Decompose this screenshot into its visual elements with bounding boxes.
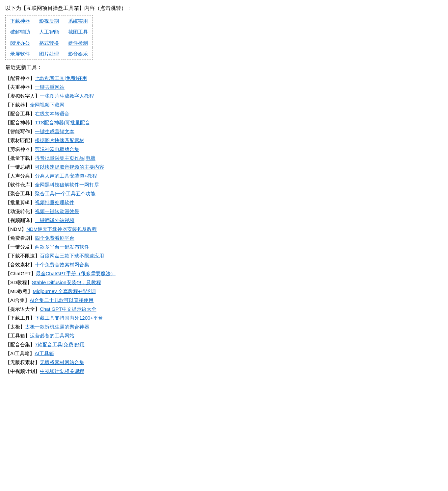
nav-link-硬件检测[interactable]: 硬件检测 — [68, 40, 88, 46]
item-prefix: 【配音神器】 — [5, 120, 35, 125]
list-item: 【AI工具箱】AI工具箱 — [5, 349, 443, 358]
item-prefix: 【人声分离】 — [5, 173, 35, 179]
item-link[interactable]: 聚合工具|一个工具五个功能 — [35, 191, 95, 196]
items-list: 【配音神器】七款配音工具|免费|好用【去重神器】一键去重网站【虚拟数字人】一张图… — [5, 74, 443, 376]
list-item: 【SD教程】Stable Diffusion安装包，及教程 — [5, 278, 443, 287]
item-prefix: 【素材匹配】 — [5, 137, 35, 143]
item-link[interactable]: Stable Diffusion安装包，及教程 — [32, 280, 101, 285]
item-link[interactable]: AI合集二十几款可以直接使用 — [30, 297, 93, 303]
list-item: 【NDM】NDM逆天下载神器安装包及教程 — [5, 225, 443, 233]
item-link[interactable]: Midjourney 全套教程+描述词 — [33, 288, 95, 294]
item-prefix: 【ChatGPT】 — [5, 271, 36, 276]
item-link[interactable]: 太极一款拆机生逼的聚合神器 — [25, 324, 89, 330]
nav-link-录屏软件[interactable]: 录屏软件 — [10, 51, 30, 57]
nav-link-人工智能[interactable]: 人工智能 — [39, 29, 59, 35]
item-link[interactable]: NDM逆天下载神器安装包及教程 — [26, 226, 97, 232]
item-link[interactable]: 下载工具支持国内外1200+平台 — [35, 315, 103, 321]
item-prefix: 【一键总结】 — [5, 164, 35, 170]
item-link[interactable]: 一键去重网站 — [35, 84, 65, 90]
item-prefix: 【配音工具】 — [5, 111, 35, 116]
item-prefix: 【软件仓库】 — [5, 182, 35, 187]
list-item: 【配音合集】7款配音工具|免费|好用 — [5, 340, 443, 349]
item-link[interactable]: 7款配音工具|免费|好用 — [35, 342, 85, 347]
nav-table: 下载神器影视后期系统实用破解辅助人工智能截图工具阅读办公格式转换硬件检测录屏软件… — [5, 15, 93, 60]
list-item: 【一键总结】可以快速提取音视频的主要内容 — [5, 162, 443, 171]
item-prefix: 【批量下载】 — [5, 155, 35, 161]
item-link[interactable]: 全网黑科技破解软件一网打尽 — [35, 182, 99, 187]
item-prefix: 【去重神器】 — [5, 84, 35, 90]
item-prefix: 【AI合集】 — [5, 297, 30, 303]
nav-link-影视后期[interactable]: 影视后期 — [39, 18, 59, 24]
nav-link-阅读办公[interactable]: 阅读办公 — [10, 40, 30, 46]
nav-link-下载神器[interactable]: 下载神器 — [10, 18, 30, 24]
list-item: 【视频翻译】一键翻译外站视频 — [5, 216, 443, 225]
list-item: 【剪辑神器】剪辑神器电脑版合集 — [5, 145, 443, 154]
item-prefix: 【NDM】 — [5, 226, 26, 232]
item-prefix: 【下载工具】 — [5, 315, 35, 321]
item-link[interactable]: 四个免费看剧平台 — [35, 235, 74, 241]
item-link[interactable]: 一键生成营销文本 — [35, 129, 74, 134]
item-link[interactable]: 无版权素材网站合集 — [40, 359, 84, 365]
item-prefix: 【下载器】 — [5, 102, 30, 108]
list-item: 【音效素材】十个免费音效素材网合集 — [5, 260, 443, 269]
list-item: 【AI合集】AI合集二十几款可以直接使用 — [5, 296, 443, 305]
nav-link-系统实用[interactable]: 系统实用 — [68, 18, 88, 24]
section-title: 最近更新工具： — [5, 63, 443, 72]
list-item: 【工具箱】运营必备的工具网站 — [5, 331, 443, 340]
item-link[interactable]: 视频一键转动漫效果 — [35, 209, 79, 214]
list-item: 【素材匹配】根据图片快速匹配素材 — [5, 136, 443, 145]
item-prefix: 【配音神器】 — [5, 75, 35, 81]
item-link[interactable]: 十个免费音效素材网合集 — [35, 262, 89, 267]
list-item: 【一键分发】两款多平台一键发布软件 — [5, 242, 443, 251]
list-item: 【免费看剧】四个免费看剧平台 — [5, 233, 443, 242]
item-link[interactable]: 全网视频下载网 — [30, 102, 65, 108]
item-prefix: 【太极】 — [5, 324, 25, 330]
nav-link-截图工具[interactable]: 截图工具 — [68, 29, 88, 35]
item-prefix: 【音效素材】 — [5, 262, 35, 267]
item-link[interactable]: 运营必备的工具网站 — [30, 333, 74, 338]
item-link[interactable]: 可以快速提取音视频的主要内容 — [35, 164, 104, 170]
item-link[interactable]: 根据图片快速匹配素材 — [35, 137, 84, 143]
item-prefix: 【配音合集】 — [5, 342, 35, 347]
item-prefix: 【智能写作】 — [5, 129, 35, 134]
list-item: 【下载器】全网视频下载网 — [5, 100, 443, 109]
list-item: 【ChatGPT】最全ChatGPT手册（很多需要魔法） — [5, 269, 443, 278]
list-item: 【虚拟数字人】一张图片生成数字人教程 — [5, 91, 443, 100]
item-link[interactable]: TTS配音神器|可批量配音 — [35, 120, 90, 125]
item-link[interactable]: 一键翻译外站视频 — [35, 217, 74, 223]
list-item: 【去重神器】一键去重网站 — [5, 83, 443, 91]
item-link[interactable]: AI工具箱 — [35, 351, 54, 356]
item-link[interactable]: 中视频计划相关课程 — [40, 368, 84, 374]
nav-link-格式转换[interactable]: 格式转换 — [39, 40, 59, 46]
list-item: 【下载不限速】百度网盘三款下载不限速应用 — [5, 251, 443, 260]
item-link[interactable]: 一张图片生成数字人教程 — [40, 93, 94, 99]
item-link[interactable]: Chat GPT中文提示语大全 — [40, 306, 96, 312]
list-item: 【批量下载】抖音批量采集主页作品|电脑 — [5, 154, 443, 162]
item-link[interactable]: 视频批量处理软件 — [35, 200, 74, 205]
list-item: 【软件仓库】全网黑科技破解软件一网打尽 — [5, 180, 443, 189]
item-prefix: 【免费看剧】 — [5, 235, 35, 241]
item-prefix: 【MD教程】 — [5, 288, 33, 294]
item-prefix: 【无版权素材】 — [5, 359, 40, 365]
item-prefix: 【下载不限速】 — [5, 253, 40, 258]
item-link[interactable]: 百度网盘三款下载不限速应用 — [40, 253, 104, 258]
item-link[interactable]: 抖音批量采集主页作品|电脑 — [35, 155, 95, 161]
item-prefix: 【工具箱】 — [5, 333, 30, 338]
nav-link-破解辅助[interactable]: 破解辅助 — [10, 29, 30, 35]
nav-link-图片处理[interactable]: 图片处理 — [39, 51, 59, 57]
list-item: 【批量剪辑】视频批量处理软件 — [5, 198, 443, 207]
list-item: 【配音神器】七款配音工具|免费|好用 — [5, 74, 443, 83]
item-link[interactable]: 两款多平台一键发布软件 — [35, 244, 89, 250]
item-link[interactable]: 分离人声的工具安装包+教程 — [35, 173, 97, 179]
list-item: 【人声分离】分离人声的工具安装包+教程 — [5, 171, 443, 180]
item-link[interactable]: 剪辑神器电脑版合集 — [35, 146, 79, 152]
item-link[interactable]: 在线文本转语音 — [35, 111, 69, 116]
nav-link-影音娱乐[interactable]: 影音娱乐 — [68, 51, 88, 57]
item-link[interactable]: 最全ChatGPT手册（很多需要魔法） — [36, 271, 116, 276]
list-item: 【下载工具】下载工具支持国内外1200+平台 — [5, 313, 443, 322]
item-prefix: 【剪辑神器】 — [5, 146, 35, 152]
item-prefix: 【AI工具箱】 — [5, 351, 35, 356]
item-prefix: 【中视频计划】 — [5, 368, 40, 374]
item-prefix: 【动漫转化】 — [5, 209, 35, 214]
item-link[interactable]: 七款配音工具|免费|好用 — [35, 75, 87, 81]
